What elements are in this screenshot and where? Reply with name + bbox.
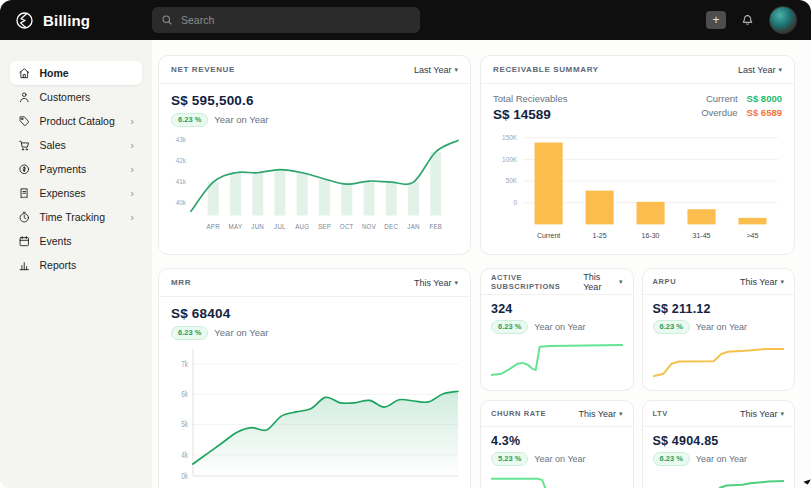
sidebar-item-label: Customers [40,91,91,103]
svg-text:42k: 42k [176,157,187,164]
search-icon [161,14,173,26]
svg-text:1-25: 1-25 [593,231,607,240]
active-subscriptions-period-dropdown[interactable]: This Year▾ [583,272,622,292]
notifications-bell-icon[interactable] [740,13,755,28]
svg-text:JUL: JUL [274,222,286,229]
overdue-value: S$ 6589 [747,107,782,118]
search-input[interactable] [179,13,411,27]
sidebar-item-label: Payments [40,163,87,175]
arpu-header: ARPUThis Year▾ [643,269,795,295]
clock-icon [18,211,31,224]
sidebar: HomeCustomersProduct Catalog›Sales›Payme… [0,40,152,488]
ltv-value: S$ 4904.85 [653,434,785,448]
chevron-down-icon: ▾ [454,66,458,74]
arpu-sparkline [643,334,795,391]
churn-rate-kpi: 4.3%5.23 %Year on Year [481,427,633,466]
active-subscriptions-title: ACTIVE SUBSCRIPTIONS [491,273,583,291]
svg-text:SEP: SEP [318,222,331,229]
current-label: Current [706,93,738,104]
svg-text:5k: 5k [181,419,188,429]
active-subscriptions-sparkline [481,334,633,391]
svg-text:JUN: JUN [251,222,264,229]
sidebar-item-reports[interactable]: Reports [10,253,142,277]
churn-rate-period-dropdown[interactable]: This Year▾ [578,409,622,419]
svg-text:MAY: MAY [229,222,243,229]
receipt-icon [18,187,31,200]
svg-text:100K: 100K [502,155,518,162]
sidebar-item-label: Events [40,235,72,247]
sidebar-item-time-tracking[interactable]: Time Tracking› [10,205,142,229]
ltv-card: LTVThis Year▾S$ 4904.856.23 %Year on Yea… [642,400,796,488]
dashboard: NET REVENUE Last Year▾ S$ 595,500.6 6.23… [152,40,811,488]
net-revenue-header: NET REVENUE Last Year▾ [159,56,470,84]
sidebar-item-label: Product Catalog [40,115,115,127]
active-subscriptions-header: ACTIVE SUBSCRIPTIONSThis Year▾ [481,269,633,295]
ltv-period-dropdown[interactable]: This Year▾ [740,409,784,419]
mrr-period-dropdown[interactable]: This Year▾ [414,278,458,288]
svg-text:AUG: AUG [295,222,309,229]
sidebar-item-home[interactable]: Home [10,61,142,85]
svg-text:0k: 0k [181,470,188,480]
svg-text:43k: 43k [176,136,187,143]
sidebar-item-label: Home [40,67,69,79]
arpu-period-dropdown[interactable]: This Year▾ [740,277,784,287]
kpi-small-cards: ACTIVE SUBSCRIPTIONSThis Year▾3246.23 %Y… [480,268,795,488]
chevron-down-icon: ▾ [778,66,782,74]
mrr-kpi: S$ 68404 6.23 % Year on Year [159,297,470,340]
active-subscriptions-kpi: 3246.23 %Year on Year [481,295,633,334]
sidebar-item-expenses[interactable]: Expenses› [10,181,142,205]
svg-text:50K: 50K [506,177,518,184]
churn-rate-sparkline [481,466,633,488]
svg-text:Current: Current [537,231,560,240]
search-box[interactable] [152,7,420,33]
chevron-right-icon: › [130,140,134,151]
arpu-value: S$ 211.12 [653,302,785,316]
add-button[interactable]: + [706,11,726,29]
sidebar-item-sales[interactable]: Sales› [10,133,142,157]
user-avatar[interactable] [769,6,797,34]
svg-text:0: 0 [514,199,518,206]
arpu-yoy-label: Year on Year [696,322,747,332]
sidebar-item-label: Reports [40,259,77,271]
sidebar-item-label: Expenses [40,187,86,199]
sidebar-item-label: Time Tracking [40,211,106,223]
mrr-chart: 7k6k5k4k0kAPRMAYJUNJULAUGSEPOCTNOVDECJAN… [159,340,470,488]
svg-text:APR: APR [206,222,220,229]
ltv-yoy-label: Year on Year [696,454,747,464]
receivable-period-dropdown[interactable]: Last Year▾ [738,65,782,75]
person-icon [18,91,31,104]
sidebar-item-product-catalog[interactable]: Product Catalog› [10,109,142,133]
svg-text:150K: 150K [502,134,518,141]
net-revenue-chart: 43k42k41k40kAPRMAYJUNJULAUGSEPOCTNOVDECJ… [159,127,470,255]
churn-rate-yoy-label: Year on Year [534,454,585,464]
topbar-actions: + [706,6,797,34]
net-revenue-card: NET REVENUE Last Year▾ S$ 595,500.6 6.23… [158,55,471,255]
ltv-header: LTVThis Year▾ [643,401,795,427]
receivable-title: RECEIVABLE SUMMARY [493,65,599,74]
ltv-title: LTV [653,409,668,418]
receivable-kpi: Total Recievables S$ 14589 Current S$ 80… [481,84,794,122]
arpu-title: ARPU [653,277,677,286]
ltv-badge: 6.23 % [653,452,690,466]
ltv-sparkline [643,466,795,488]
current-value: S$ 8000 [747,93,782,104]
sidebar-item-customers[interactable]: Customers [10,85,142,109]
chevron-down-icon: ▾ [619,278,623,286]
coin-icon [18,163,31,176]
net-revenue-yoy-label: Year on Year [214,114,268,125]
mrr-value: S$ 68404 [171,306,458,321]
active-subscriptions-yoy-label: Year on Year [534,322,585,332]
net-revenue-value: S$ 595,500.6 [171,93,458,108]
arpu-badge: 6.23 % [653,320,690,334]
chevron-right-icon: › [130,188,134,199]
net-revenue-period-dropdown[interactable]: Last Year▾ [414,65,458,75]
arpu-card: ARPUThis Year▾S$ 211.126.23 %Year on Yea… [642,268,796,391]
mouse-cursor-artifact [803,479,811,488]
net-revenue-badge: 6.23 % [171,113,208,127]
churn-rate-card: CHURN RATEThis Year▾4.3%5.23 %Year on Ye… [480,400,634,488]
active-subscriptions-value: 324 [491,302,623,316]
sidebar-item-events[interactable]: Events [10,229,142,253]
svg-text:4k: 4k [181,449,188,459]
chevron-down-icon: ▾ [780,410,784,418]
sidebar-item-payments[interactable]: Payments› [10,157,142,181]
